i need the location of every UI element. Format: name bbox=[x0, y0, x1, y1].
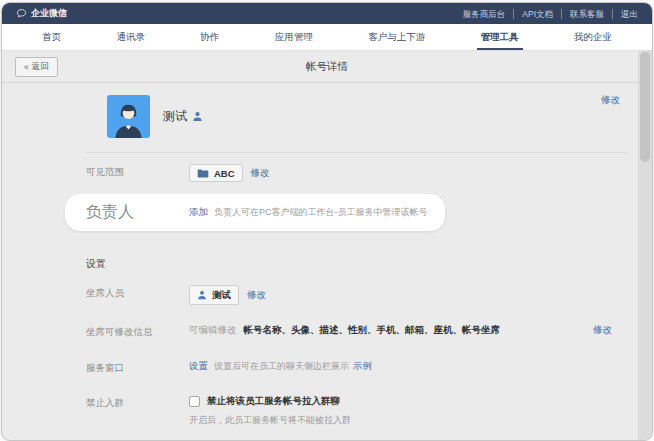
ban-group-option: 禁止将该员工服务帐号拉入群聊 bbox=[189, 395, 340, 408]
chevrons-left-icon: « bbox=[24, 62, 29, 72]
avatar bbox=[107, 95, 150, 138]
topbar-links: 服务商后台 API文档 联系客服 退出 bbox=[455, 9, 638, 19]
agent-label: 坐席人员 bbox=[86, 285, 189, 300]
account-name: 测试 bbox=[163, 108, 187, 125]
nav-item-app-management[interactable]: 应用管理 bbox=[265, 24, 323, 50]
brand-logo[interactable]: 企业微信 bbox=[16, 7, 67, 20]
settings-section-title: 设置 bbox=[86, 257, 612, 271]
owner-add-link[interactable]: 添加 bbox=[189, 206, 208, 219]
service-window-value: 设置 设置后可在员工的聊天侧边栏展示 示例 bbox=[189, 360, 612, 373]
divider bbox=[86, 152, 628, 153]
nav-item-collaboration[interactable]: 协作 bbox=[190, 24, 229, 50]
row-ban-group: 禁止入群 禁止将该员工服务帐号拉入群聊 开启后，此员工服务帐号将不能被拉入群 bbox=[86, 395, 612, 427]
topbar: 企业微信 服务商后台 API文档 联系客服 退出 bbox=[2, 3, 652, 24]
editable-info-fields: 帐号名称、头像、描述、性别、手机、邮箱、座机、帐号坐席 bbox=[244, 324, 501, 337]
nav-item-home[interactable]: 首页 bbox=[32, 24, 71, 50]
nav-item-contacts[interactable]: 通讯录 bbox=[106, 24, 155, 50]
folder-icon bbox=[197, 169, 209, 178]
topbar-link-contact-support[interactable]: 联系客服 bbox=[562, 9, 613, 19]
brand-name: 企业微信 bbox=[31, 7, 67, 20]
editable-info-mode: 可编辑修改 bbox=[189, 324, 237, 337]
back-button-label: 返回 bbox=[32, 61, 49, 73]
owner-label: 负责人 bbox=[86, 202, 189, 223]
ban-group-checkbox[interactable] bbox=[189, 396, 200, 407]
subheader: « 返回 帐号详情 bbox=[2, 51, 652, 83]
agent-modify-link[interactable]: 修改 bbox=[247, 289, 266, 302]
person-icon bbox=[192, 111, 203, 122]
owner-hint: 负责人可在PC客户端的工作台-员工服务中管理该帐号 bbox=[214, 206, 428, 219]
row-editable-info: 坐席可修改信息 可编辑修改 帐号名称、头像、描述、性别、手机、邮箱、座机、帐号坐… bbox=[86, 324, 612, 339]
service-window-example-link[interactable]: 示例 bbox=[353, 360, 372, 373]
scrollbar[interactable] bbox=[638, 50, 652, 440]
topbar-link-logout[interactable]: 退出 bbox=[613, 9, 638, 19]
row-agent: 坐席人员 测试 修改 bbox=[86, 285, 612, 305]
service-window-setup-link[interactable]: 设置 bbox=[189, 360, 208, 373]
ban-group-checkbox-label: 禁止将该员工服务帐号拉入群聊 bbox=[207, 395, 340, 408]
agent-value: 测试 修改 bbox=[189, 285, 612, 305]
agent-tag: 测试 bbox=[189, 285, 239, 305]
row-visible-range: 可见范围 ABC 修改 bbox=[86, 164, 612, 182]
editable-info-value: 可编辑修改 帐号名称、头像、描述、性别、手机、邮箱、座机、帐号坐席 修改 bbox=[189, 324, 612, 337]
account-detail-panel: 测试 修改 可见范围 ABC 修改 负责人 bbox=[2, 83, 652, 441]
app-window: 企业微信 服务商后台 API文档 联系客服 退出 首页 通讯录 协作 应用管理 … bbox=[1, 2, 653, 441]
editable-info-label: 坐席可修改信息 bbox=[86, 324, 189, 339]
nav-item-management-tools[interactable]: 管理工具 bbox=[471, 24, 529, 50]
chat-bubble-icon bbox=[16, 8, 27, 19]
profile-modify-link[interactable]: 修改 bbox=[601, 94, 620, 107]
back-button[interactable]: « 返回 bbox=[15, 57, 58, 77]
person-icon bbox=[197, 290, 207, 300]
main-nav: 首页 通讯录 协作 应用管理 客户与上下游 管理工具 我的企业 bbox=[2, 24, 652, 51]
agent-tag-text: 测试 bbox=[212, 289, 231, 302]
editable-info-modify-link[interactable]: 修改 bbox=[593, 324, 612, 337]
ban-group-label: 禁止入群 bbox=[86, 395, 189, 410]
row-owner: 负责人 添加 负责人可在PC客户端的工作台-员工服务中管理该帐号 bbox=[65, 194, 445, 231]
service-window-hint: 设置后可在员工的聊天侧边栏展示 bbox=[214, 360, 349, 373]
visible-range-tag: ABC bbox=[189, 164, 243, 182]
row-service-window: 服务窗口 设置 设置后可在员工的聊天侧边栏展示 示例 bbox=[86, 360, 612, 375]
page-title: 帐号详情 bbox=[2, 60, 652, 74]
visible-range-tag-text: ABC bbox=[214, 168, 235, 179]
profile-section: 测试 修改 bbox=[107, 91, 612, 152]
ban-group-value: 禁止将该员工服务帐号拉入群聊 开启后，此员工服务帐号将不能被拉入群 bbox=[189, 395, 612, 427]
scrollbar-thumb[interactable] bbox=[640, 52, 650, 162]
topbar-link-service-provider-console[interactable]: 服务商后台 bbox=[455, 9, 515, 19]
visible-range-modify-link[interactable]: 修改 bbox=[251, 167, 270, 180]
visible-range-value: ABC 修改 bbox=[189, 164, 612, 182]
account-name-wrap: 测试 bbox=[163, 108, 203, 125]
visible-range-label: 可见范围 bbox=[86, 164, 189, 179]
service-window-label: 服务窗口 bbox=[86, 360, 189, 375]
owner-value: 添加 负责人可在PC客户端的工作台-员工服务中管理该帐号 bbox=[189, 206, 428, 219]
topbar-link-api-docs[interactable]: API文档 bbox=[514, 9, 562, 19]
nav-item-my-company[interactable]: 我的企业 bbox=[564, 24, 622, 50]
ban-group-hint: 开启后，此员工服务帐号将不能被拉入群 bbox=[189, 414, 351, 427]
nav-item-customers[interactable]: 客户与上下游 bbox=[358, 24, 435, 50]
